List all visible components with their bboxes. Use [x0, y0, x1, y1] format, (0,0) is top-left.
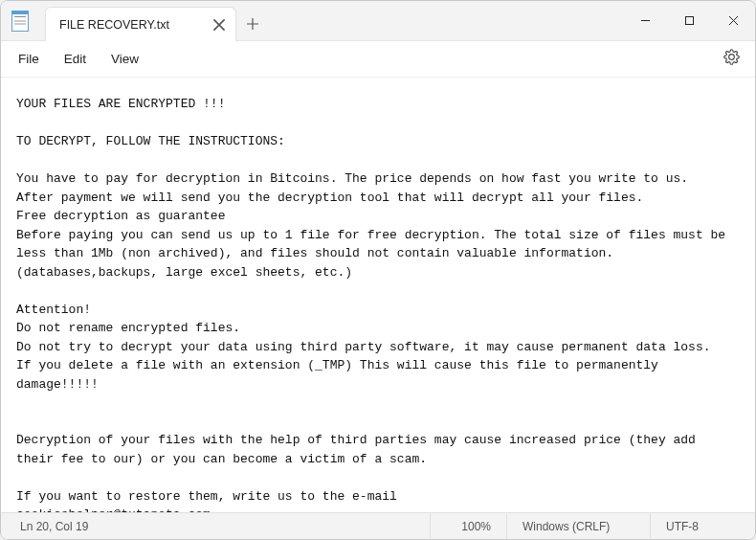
notepad-window: FILE RECOVERY.txt File Edit View Y	[0, 0, 756, 540]
text-line: cookieshelper@tutanota.com	[16, 507, 211, 512]
text-line: Before paying you can send us up to 1 fi…	[16, 228, 733, 261]
status-zoom[interactable]: 100%	[430, 513, 506, 539]
text-line: Do not try to decrypt your data using th…	[16, 340, 711, 354]
window-controls	[623, 1, 755, 40]
minimize-button[interactable]	[623, 1, 667, 40]
text-line: Decryption of your files with the help o…	[16, 433, 703, 466]
status-cursor-position: Ln 20, Col 19	[1, 513, 430, 539]
menu-view[interactable]: View	[100, 47, 150, 71]
close-icon	[212, 18, 226, 32]
menu-edit[interactable]: Edit	[53, 47, 98, 71]
text-line: (databases,backups, large excel sheets, …	[16, 265, 352, 280]
maximize-button[interactable]	[667, 1, 711, 40]
svg-rect-0	[685, 17, 693, 25]
new-tab-button[interactable]	[236, 7, 269, 40]
status-line-ending[interactable]: Windows (CRLF)	[506, 513, 650, 539]
titlebar: FILE RECOVERY.txt	[1, 1, 755, 41]
settings-button[interactable]	[714, 43, 749, 75]
close-icon	[728, 15, 739, 26]
maximize-icon	[684, 15, 695, 26]
gear-icon	[723, 49, 740, 65]
text-line: Free decryption as guarantee	[16, 209, 225, 223]
statusbar: Ln 20, Col 19 100% Windows (CRLF) UTF-8	[1, 512, 755, 539]
text-line: Do not rename encrypted files.	[16, 321, 240, 335]
tab[interactable]: FILE RECOVERY.txt	[45, 7, 236, 41]
text-editor-area[interactable]: YOUR FILES ARE ENCRYPTED !!! TO DECRYPT,…	[1, 78, 755, 512]
tab-close-button[interactable]	[212, 18, 226, 32]
text-line: YOUR FILES ARE ENCRYPTED !!!	[16, 97, 225, 111]
text-line: TO DECRYPT, FOLLOW THE INSTRUCTIONS:	[16, 134, 285, 148]
close-window-button[interactable]	[711, 1, 755, 40]
text-line: If you want to restore them, write us to…	[16, 489, 397, 504]
text-line: Attention!	[16, 303, 91, 317]
status-encoding[interactable]: UTF-8	[650, 513, 755, 539]
text-line: After payment we will send you the decry…	[16, 191, 643, 205]
text-line: You have to pay for decryption in Bitcoi…	[16, 171, 688, 186]
tab-title: FILE RECOVERY.txt	[59, 18, 203, 32]
plus-icon	[246, 17, 259, 31]
menu-file[interactable]: File	[7, 47, 51, 71]
app-icon	[1, 1, 39, 40]
text-line: If you delete a file with an extension (…	[16, 358, 666, 392]
minimize-icon	[640, 15, 651, 26]
notepad-icon	[11, 11, 29, 32]
menubar: File Edit View	[1, 41, 755, 78]
